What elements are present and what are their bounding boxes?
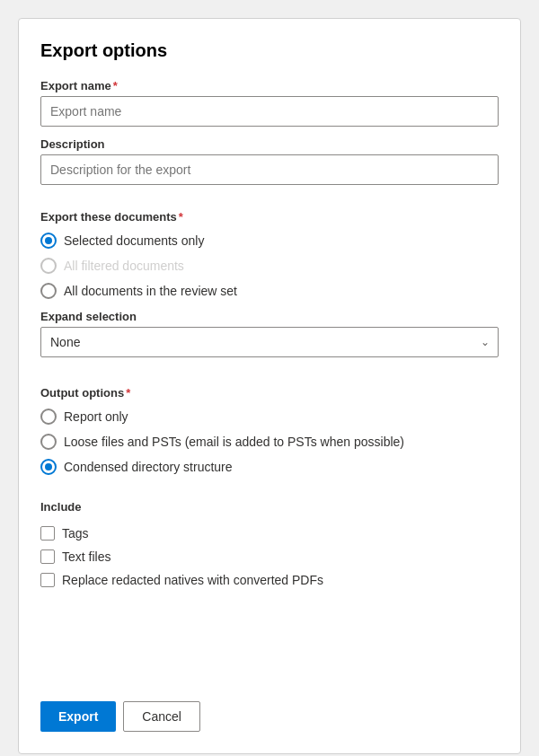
output-options-radio-group: Report only Loose files and PSTs (email …	[40, 409, 499, 475]
radio-circle-filtered	[40, 258, 57, 274]
cancel-button[interactable]: Cancel	[123, 701, 200, 732]
radio-label-report: Report only	[64, 409, 128, 424]
description-input[interactable]	[40, 154, 499, 185]
radio-circle-all	[40, 283, 57, 299]
checkbox-tags[interactable]: Tags	[40, 526, 499, 541]
radio-label-all: All documents in the review set	[64, 284, 237, 298]
radio-all-filtered: All filtered documents	[40, 258, 499, 274]
radio-label-condensed: Condensed directory structure	[64, 460, 233, 474]
include-label: Include	[40, 500, 499, 514]
checkbox-box-text-files	[40, 549, 55, 564]
dialog-footer: Export Cancel	[40, 680, 499, 732]
radio-circle-report	[40, 409, 57, 425]
expand-selection-label: Expand selection	[40, 310, 499, 323]
radio-label-filtered: All filtered documents	[64, 259, 184, 273]
radio-report-only[interactable]: Report only	[40, 409, 499, 425]
radio-selected-documents[interactable]: Selected documents only	[40, 233, 499, 249]
description-field-group: Description	[40, 137, 499, 185]
export-documents-label: Export these documents*	[40, 210, 499, 224]
include-checkbox-group: Tags Text files Replace redacted natives…	[40, 526, 499, 587]
expand-selection-wrapper: None Threads Attachments Threads and att…	[40, 327, 499, 357]
export-name-input[interactable]	[40, 96, 499, 127]
radio-circle-condensed	[40, 459, 57, 475]
checkbox-replace-redacted[interactable]: Replace redacted natives with converted …	[40, 573, 499, 587]
dialog-title: Export options	[40, 40, 499, 61]
description-label: Description	[40, 137, 499, 151]
checkbox-box-tags	[40, 526, 55, 541]
export-documents-radio-group: Selected documents only All filtered doc…	[40, 233, 499, 299]
radio-condensed[interactable]: Condensed directory structure	[40, 459, 499, 475]
radio-label-loose: Loose files and PSTs (email is added to …	[64, 435, 404, 449]
radio-all-documents[interactable]: All documents in the review set	[40, 283, 499, 299]
radio-loose-files[interactable]: Loose files and PSTs (email is added to …	[40, 434, 499, 450]
radio-circle-loose	[40, 434, 57, 450]
export-button[interactable]: Export	[40, 701, 116, 732]
export-options-dialog: Export options Export name* Description …	[18, 18, 521, 754]
radio-label-selected: Selected documents only	[64, 233, 204, 248]
checkbox-text-files[interactable]: Text files	[40, 549, 499, 564]
checkbox-box-replace-redacted	[40, 573, 55, 587]
checkbox-label-tags: Tags	[62, 526, 89, 541]
checkbox-label-replace-redacted: Replace redacted natives with converted …	[62, 573, 323, 587]
radio-circle-selected	[40, 233, 57, 249]
expand-selection-select[interactable]: None Threads Attachments Threads and att…	[40, 327, 499, 357]
export-name-label: Export name*	[40, 79, 499, 92]
export-name-field-group: Export name*	[40, 79, 499, 127]
checkbox-label-text-files: Text files	[62, 549, 110, 564]
output-options-label: Output options*	[40, 386, 499, 400]
